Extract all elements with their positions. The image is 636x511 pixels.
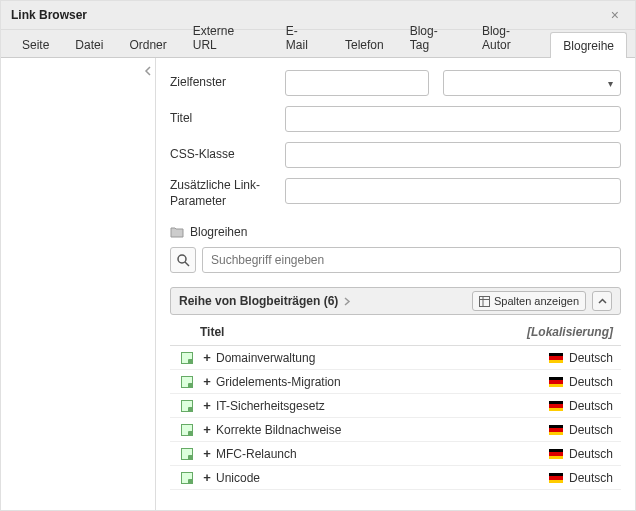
tab-telefon[interactable]: Telefon [332, 31, 397, 57]
row-title: Korrekte Bildnachweise [214, 423, 547, 437]
flag-de-icon [549, 473, 563, 483]
page-icon [178, 472, 196, 484]
table: Titel [Lokalisierung] + Domainverwaltung… [170, 319, 621, 490]
list-heading-text: Blogreihen [190, 225, 247, 239]
close-icon[interactable]: × [605, 5, 625, 25]
section-bar-label: Reihe von Blogbeiträgen (6) [179, 294, 338, 308]
label-params: Zusätzliche Link-Parameter [170, 178, 285, 209]
page-icon [178, 400, 196, 412]
target-select-wrap: ▾ [443, 70, 621, 96]
table-row[interactable]: + Korrekte Bildnachweise Deutsch [170, 418, 621, 442]
row-lang: Deutsch [547, 447, 613, 461]
flag-de-icon [549, 401, 563, 411]
plus-icon: + [200, 398, 214, 413]
sidebar [1, 58, 156, 510]
flag-de-icon [549, 353, 563, 363]
label-title: Titel [170, 111, 285, 127]
body: Zielfenster ▾ Titel CSS-Klasse [1, 58, 635, 510]
section-collapse-button[interactable] [592, 291, 612, 311]
columns-button[interactable]: Spalten anzeigen [472, 291, 586, 311]
params-input[interactable] [285, 178, 621, 204]
list-heading: Blogreihen [170, 225, 621, 239]
target-select[interactable] [443, 70, 621, 96]
table-row[interactable]: + Unicode Deutsch [170, 466, 621, 490]
row-title: MFC-Relaunch [214, 447, 547, 461]
tab-blog-tag[interactable]: Blog-Tag [397, 17, 469, 57]
row-title: Gridelements-Migration [214, 375, 547, 389]
tab-blogreihe[interactable]: Blogreihe [550, 32, 627, 58]
form-row-css: CSS-Klasse [170, 142, 621, 168]
search-row [170, 247, 621, 273]
window: Link Browser × Seite Datei Ordner Extern… [0, 0, 636, 511]
main-panel: Zielfenster ▾ Titel CSS-Klasse [156, 58, 635, 510]
sidebar-collapse-icon[interactable] [144, 66, 152, 76]
table-row[interactable]: + IT-Sicherheitsgesetz Deutsch [170, 394, 621, 418]
page-icon [178, 424, 196, 436]
table-head: Titel [Lokalisierung] [170, 319, 621, 346]
tab-externe-url[interactable]: Externe URL [180, 17, 273, 57]
tab-bar: Seite Datei Ordner Externe URL E-Mail Te… [1, 30, 635, 58]
section-bar[interactable]: Reihe von Blogbeiträgen (6) Spalten anze… [170, 287, 621, 315]
label-css: CSS-Klasse [170, 147, 285, 163]
plus-icon: + [200, 422, 214, 437]
form-row-title: Titel [170, 106, 621, 132]
folder-icon [170, 226, 184, 238]
row-title: IT-Sicherheitsgesetz [214, 399, 547, 413]
tab-datei[interactable]: Datei [62, 31, 116, 57]
plus-icon: + [200, 446, 214, 461]
th-title: Titel [192, 319, 519, 345]
plus-icon: + [200, 470, 214, 485]
tab-email[interactable]: E-Mail [273, 17, 332, 57]
row-lang: Deutsch [547, 375, 613, 389]
target-input[interactable] [285, 70, 429, 96]
row-lang: Deutsch [547, 351, 613, 365]
row-lang: Deutsch [547, 399, 613, 413]
flag-de-icon [549, 425, 563, 435]
search-icon [177, 254, 190, 267]
tab-ordner[interactable]: Ordner [116, 31, 179, 57]
svg-point-0 [178, 255, 186, 263]
th-localization: [Lokalisierung] [519, 319, 621, 345]
row-title: Domainverwaltung [214, 351, 547, 365]
title-input[interactable] [285, 106, 621, 132]
plus-icon: + [200, 374, 214, 389]
columns-button-label: Spalten anzeigen [494, 295, 579, 307]
window-title: Link Browser [11, 8, 87, 22]
tab-seite[interactable]: Seite [9, 31, 62, 57]
flag-de-icon [549, 449, 563, 459]
css-input[interactable] [285, 142, 621, 168]
plus-icon: + [200, 350, 214, 365]
row-lang: Deutsch [547, 471, 613, 485]
svg-line-1 [185, 262, 189, 266]
columns-icon [479, 296, 490, 307]
th-icon [170, 319, 192, 345]
page-icon [178, 376, 196, 388]
tab-blog-autor[interactable]: Blog-Autor [469, 17, 550, 57]
flag-de-icon [549, 377, 563, 387]
row-lang: Deutsch [547, 423, 613, 437]
search-button[interactable] [170, 247, 196, 273]
search-input[interactable] [202, 247, 621, 273]
label-target: Zielfenster [170, 75, 285, 91]
form-row-params: Zusätzliche Link-Parameter [170, 178, 621, 209]
table-row[interactable]: + MFC-Relaunch Deutsch [170, 442, 621, 466]
page-icon [178, 448, 196, 460]
table-row[interactable]: + Gridelements-Migration Deutsch [170, 370, 621, 394]
chevron-right-icon [344, 297, 351, 306]
table-row[interactable]: + Domainverwaltung Deutsch [170, 346, 621, 370]
form-row-target: Zielfenster ▾ [170, 70, 621, 96]
page-icon [178, 352, 196, 364]
row-title: Unicode [214, 471, 547, 485]
svg-rect-2 [479, 296, 489, 306]
